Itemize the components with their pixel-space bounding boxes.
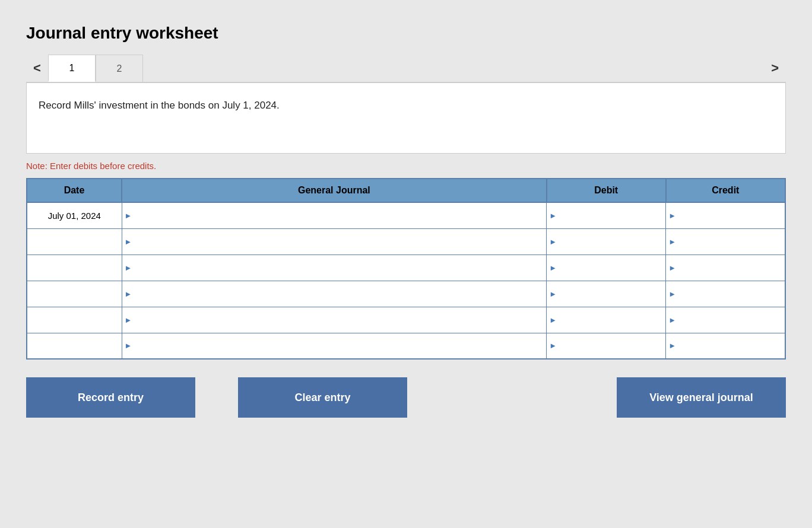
journal-arrow-5: ► [122,341,132,350]
journal-input-1[interactable] [132,229,546,255]
journal-input-5[interactable] [132,333,546,359]
journal-cell-5[interactable]: ► [122,333,547,359]
credit-cell-4[interactable]: ► [666,307,785,333]
journal-table: Date General Journal Debit Credit July 0… [26,178,786,360]
credit-input-5[interactable] [676,333,785,359]
credit-cell-5[interactable]: ► [666,333,785,359]
debit-input-3[interactable] [557,281,665,307]
debit-cell-3[interactable]: ► [547,281,666,307]
journal-arrow-2: ► [122,263,132,272]
credit-arrow-3: ► [666,290,676,298]
credit-cell-1[interactable]: ► [666,228,785,255]
credit-arrow-4: ► [666,316,676,325]
date-cell-2 [27,255,122,281]
prev-arrow[interactable]: < [26,55,48,82]
date-cell-3 [27,281,122,307]
note-text: Note: Enter debits before credits. [26,161,786,171]
journal-input-4[interactable] [132,307,546,333]
credit-cell-2[interactable]: ► [666,255,785,281]
journal-input-0[interactable] [132,203,546,228]
col-header-debit: Debit [547,179,666,202]
debit-input-5[interactable] [557,333,665,359]
journal-cell-4[interactable]: ► [122,307,547,333]
tab-2[interactable]: 2 [96,55,143,82]
debit-arrow-0: ► [547,211,557,220]
table-row: ►►► [27,255,785,281]
debit-arrow-3: ► [547,290,557,298]
col-header-journal: General Journal [122,179,547,202]
credit-cell-3[interactable]: ► [666,281,785,307]
table-row: July 01, 2024►►► [27,202,785,228]
credit-arrow-0: ► [666,211,676,220]
journal-arrow-4: ► [122,316,132,325]
debit-input-4[interactable] [557,307,665,333]
clear-entry-button[interactable]: Clear entry [238,377,407,418]
journal-cell-0[interactable]: ► [122,202,547,228]
credit-input-3[interactable] [676,281,785,307]
journal-arrow-1: ► [122,237,132,246]
credit-arrow-1: ► [666,237,676,246]
next-arrow[interactable]: > [764,55,786,82]
debit-input-2[interactable] [557,255,665,281]
col-header-credit: Credit [666,179,785,202]
tabs-navigation: < 1 2 > [26,55,786,82]
debit-arrow-1: ► [547,237,557,246]
table-row: ►►► [27,228,785,255]
journal-input-2[interactable] [132,255,546,281]
journal-input-3[interactable] [132,281,546,307]
date-cell-5 [27,333,122,359]
debit-cell-4[interactable]: ► [547,307,666,333]
debit-arrow-2: ► [547,263,557,272]
col-header-date: Date [27,179,122,202]
debit-input-0[interactable] [557,203,665,228]
debit-cell-5[interactable]: ► [547,333,666,359]
debit-cell-0[interactable]: ► [547,202,666,228]
credit-cell-0[interactable]: ► [666,202,785,228]
table-row: ►►► [27,333,785,359]
main-container: Journal entry worksheet < 1 2 > Record M… [20,12,792,430]
credit-input-2[interactable] [676,255,785,281]
date-cell-1 [27,228,122,255]
page-title: Journal entry worksheet [26,24,786,43]
credit-input-0[interactable] [676,203,785,228]
credit-input-1[interactable] [676,229,785,255]
credit-input-4[interactable] [676,307,785,333]
instruction-box: Record Mills' investment in the bonds on… [26,82,786,154]
debit-input-1[interactable] [557,229,665,255]
credit-arrow-2: ► [666,263,676,272]
journal-cell-1[interactable]: ► [122,228,547,255]
debit-cell-1[interactable]: ► [547,228,666,255]
date-cell-0: July 01, 2024 [27,202,122,228]
journal-arrow-3: ► [122,290,132,298]
debit-arrow-4: ► [547,316,557,325]
tab-1[interactable]: 1 [48,55,96,82]
credit-arrow-5: ► [666,341,676,350]
view-general-journal-button[interactable]: View general journal [617,377,786,418]
journal-cell-3[interactable]: ► [122,281,547,307]
table-row: ►►► [27,307,785,333]
journal-arrow-0: ► [122,211,132,220]
debit-arrow-5: ► [547,341,557,350]
date-cell-4 [27,307,122,333]
record-entry-button[interactable]: Record entry [26,377,195,418]
table-row: ►►► [27,281,785,307]
journal-cell-2[interactable]: ► [122,255,547,281]
buttons-row: Record entry Clear entry View general jo… [26,377,786,418]
debit-cell-2[interactable]: ► [547,255,666,281]
